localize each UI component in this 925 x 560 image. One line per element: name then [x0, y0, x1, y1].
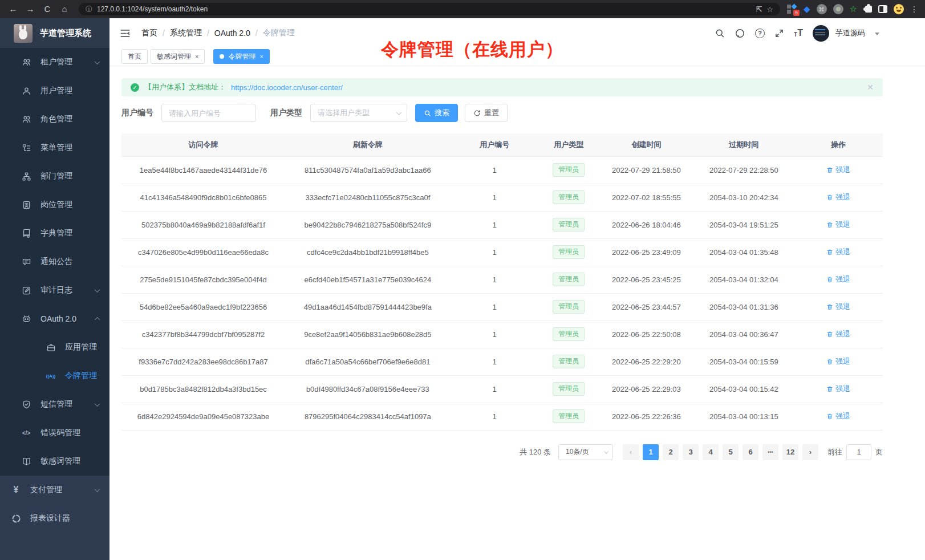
- force-logout-button[interactable]: 强退: [826, 411, 850, 421]
- trash-icon: [826, 167, 833, 173]
- puzzle-extension-icon[interactable]: [865, 6, 872, 13]
- user-icon: [21, 86, 31, 96]
- sidebar-item-notice[interactable]: 通知公告: [0, 247, 109, 276]
- action-cell: 强退: [794, 156, 883, 184]
- sidebar-item-tenant[interactable]: 租户管理: [0, 48, 109, 76]
- alert-close-icon[interactable]: ✕: [867, 83, 874, 92]
- help-icon[interactable]: ?: [755, 29, 765, 38]
- page-button-1[interactable]: 1: [643, 444, 659, 460]
- page-button-2[interactable]: 2: [663, 444, 679, 460]
- force-logout-button[interactable]: 强退: [826, 329, 850, 339]
- sidebar-item-menu[interactable]: 菜单管理: [0, 133, 109, 162]
- record-extension-icon[interactable]: [833, 4, 843, 14]
- page-button-6[interactable]: 6: [743, 444, 758, 460]
- sidebar-item-dict[interactable]: 字典管理: [0, 219, 109, 247]
- browser-menu-icon[interactable]: ⋮: [910, 5, 918, 14]
- sidebar-item-user[interactable]: 用户管理: [0, 76, 109, 105]
- forward-icon[interactable]: →: [23, 3, 38, 15]
- sidebar-item-report-designer[interactable]: 报表设计器: [0, 504, 109, 533]
- search-button[interactable]: 搜索: [415, 104, 458, 122]
- breadcrumb-item[interactable]: 系统管理: [170, 28, 202, 38]
- tab-oauth2-token[interactable]: 令牌管理×: [213, 49, 269, 64]
- table-row: 41c41346a548490f9dc8b01c6bfe0865333ecfc7…: [121, 184, 883, 211]
- gem-icon[interactable]: ◆: [804, 4, 810, 14]
- user-type-select[interactable]: 请选择用户类型: [310, 104, 407, 122]
- force-logout-button[interactable]: 强退: [826, 356, 850, 367]
- action-cell: 强退: [794, 348, 883, 375]
- reload-icon[interactable]: C: [40, 3, 55, 15]
- refresh-token-cell: e6cfd40eb1f54571a31e775e039c4624: [285, 266, 451, 293]
- force-logout-button[interactable]: 强退: [826, 384, 850, 394]
- sidebar-item-dept[interactable]: 部门管理: [0, 162, 109, 190]
- page-button-5[interactable]: 5: [723, 444, 739, 460]
- reset-button[interactable]: 重置: [465, 104, 508, 122]
- page-button-4[interactable]: 4: [703, 444, 719, 460]
- tab-close-icon[interactable]: ×: [259, 53, 263, 60]
- home-icon[interactable]: ⌂: [57, 3, 72, 15]
- force-logout-button[interactable]: 强退: [826, 192, 850, 202]
- created-time-cell: 2022-06-25 23:44:57: [599, 293, 694, 320]
- force-logout-button[interactable]: 强退: [826, 165, 850, 175]
- doc-link[interactable]: https://doc.iocoder.cn/user-center/: [231, 83, 343, 92]
- extensions-badge-icon[interactable]: 9: [787, 4, 797, 14]
- more-pages-button[interactable]: •••: [762, 444, 778, 460]
- share-icon[interactable]: ⇱: [756, 5, 762, 14]
- created-time-cell: 2022-06-25 22:50:08: [599, 320, 694, 348]
- breadcrumb-item[interactable]: 首页: [141, 28, 157, 38]
- role-icon: [21, 114, 31, 124]
- search-icon[interactable]: [715, 28, 725, 38]
- bookmark-star-icon[interactable]: ☆: [766, 5, 773, 14]
- green-star-icon[interactable]: ☆: [850, 4, 857, 14]
- username[interactable]: 芋道源码: [835, 28, 865, 38]
- sidebar-item-sensitive-word[interactable]: 敏感词管理: [0, 447, 109, 476]
- fullscreen-icon[interactable]: [774, 29, 784, 38]
- page-button-3[interactable]: 3: [683, 444, 699, 460]
- sidebar-item-pay[interactable]: ¥支付管理: [0, 476, 109, 504]
- tab-home[interactable]: 首页: [121, 49, 148, 64]
- sidebar-item-post[interactable]: 岗位管理: [0, 190, 109, 219]
- force-logout-button[interactable]: 强退: [826, 274, 850, 285]
- sidebar-item-oauth2[interactable]: OAuth 2.0: [0, 305, 109, 333]
- sidebar-item-error-code[interactable]: </>错误码管理: [0, 419, 109, 447]
- user-type-tag: 管理员: [553, 382, 585, 396]
- expire-time-cell: 2054-03-04 01:35:48: [694, 238, 794, 266]
- side-panel-icon[interactable]: [878, 5, 887, 13]
- avatar[interactable]: [813, 25, 829, 42]
- page-size-select[interactable]: 10条/页: [558, 444, 613, 460]
- next-page-button[interactable]: ›: [802, 444, 818, 460]
- user-menu-caret-icon[interactable]: [875, 33, 879, 35]
- command-extension-icon[interactable]: ⌘: [817, 4, 827, 14]
- action-cell: 强退: [794, 293, 883, 320]
- force-logout-button[interactable]: 强退: [826, 302, 850, 312]
- back-icon[interactable]: ←: [6, 3, 21, 15]
- sidebar-item-oauth2-token[interactable]: ((A))令牌管理: [0, 362, 109, 390]
- emoji-avatar-icon[interactable]: [894, 4, 904, 14]
- force-logout-button[interactable]: 强退: [826, 247, 850, 257]
- url-bar[interactable]: ⓘ 127.0.0.1:1024/system/oauth2/token ⇱ ☆: [79, 3, 780, 15]
- oauth-icon: [21, 314, 31, 324]
- sidebar-item-role[interactable]: 角色管理: [0, 105, 109, 133]
- chevron-up-icon: [95, 316, 100, 322]
- collapse-sidebar-icon[interactable]: [120, 28, 131, 39]
- sidebar-item-audit-log[interactable]: 审计日志: [0, 276, 109, 305]
- prev-page-button[interactable]: ‹: [623, 444, 639, 460]
- sidebar-item-sms[interactable]: 短信管理: [0, 390, 109, 419]
- tab-close-icon[interactable]: ×: [195, 53, 198, 60]
- dashed-ring-icon: [11, 513, 21, 524]
- page-button-12[interactable]: 12: [782, 444, 798, 460]
- refresh-token-cell: 9ce8ef2aa9f14056b831ae9b608e28d5: [285, 320, 451, 348]
- tab-sensitive-word[interactable]: 敏感词管理×: [151, 49, 205, 64]
- force-logout-button[interactable]: 强退: [826, 220, 850, 230]
- font-size-icon[interactable]: TT: [794, 29, 803, 38]
- user-id-input[interactable]: [161, 104, 256, 122]
- goto-page-input[interactable]: [846, 444, 871, 460]
- column-header: 访问令牌: [121, 133, 285, 156]
- tab-label: 首页: [128, 52, 141, 62]
- sidebar-item-oauth2-app[interactable]: 应用管理: [0, 333, 109, 362]
- github-icon[interactable]: [735, 28, 745, 39]
- sidebar-item-label: OAuth 2.0: [40, 314, 76, 323]
- site-info-icon[interactable]: ⓘ: [86, 5, 92, 14]
- column-header: 操作: [794, 133, 883, 156]
- breadcrumb-item[interactable]: OAuth 2.0: [214, 29, 250, 38]
- sidebar-item-label: 应用管理: [65, 342, 97, 352]
